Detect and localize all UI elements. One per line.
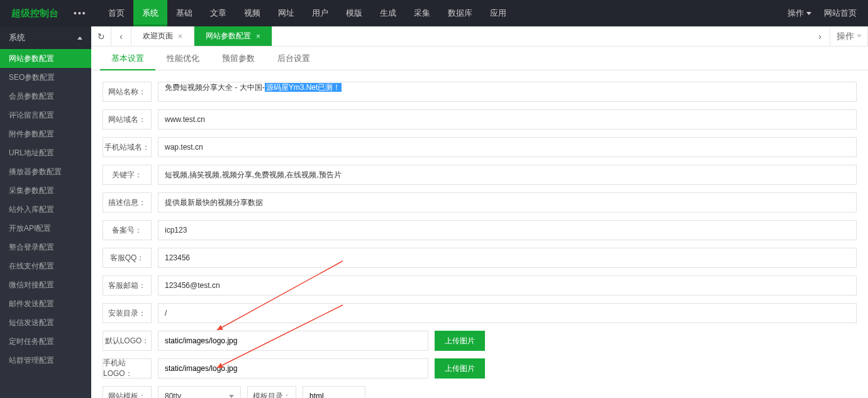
subtab[interactable]: 性能优化 (155, 47, 211, 70)
subtabs: 基本设置性能优化预留参数后台设置 (91, 47, 868, 70)
mlogo-input[interactable] (158, 358, 428, 379)
icp-label: 备案号： (103, 220, 152, 240)
chevron-down-icon (806, 12, 811, 15)
topnav-item[interactable]: 系统 (133, 0, 167, 26)
sidebar-item[interactable]: 播放器参数配置 (0, 162, 91, 181)
qq-label: 客服QQ： (103, 248, 152, 268)
subtab[interactable]: 后台设置 (266, 47, 321, 70)
subtab[interactable]: 基本设置 (100, 47, 155, 70)
back-icon[interactable]: ‹ (111, 26, 131, 46)
sidebar-header[interactable]: 系统 (0, 26, 91, 49)
logo-input[interactable] (158, 331, 428, 351)
tpldir-input[interactable] (303, 386, 365, 398)
sidebar-header-label: 系统 (9, 26, 25, 49)
tab-operate-dropdown[interactable]: 操作 (830, 26, 868, 46)
install-input[interactable] (158, 303, 857, 323)
sidebar-item[interactable]: 邮件发送配置 (0, 294, 91, 313)
email-input[interactable] (158, 275, 857, 296)
refresh-icon[interactable]: ↻ (91, 26, 111, 46)
email-label: 客服邮箱： (103, 275, 152, 296)
topnav-item[interactable]: 网址 (269, 0, 303, 26)
topnav-item[interactable]: 文章 (201, 0, 235, 26)
topnav-item[interactable]: 首页 (99, 0, 133, 26)
sidebar-item[interactable]: 会员参数配置 (0, 87, 91, 106)
mlogo-label: 手机站LOGO： (103, 358, 152, 379)
site-name-highlight: 源码屋Ym3.Net已测！ (265, 83, 342, 92)
sidebar-item[interactable]: 开放API配置 (0, 219, 91, 238)
topnav: 首页系统基础文章视频网址用户模版生成采集数据库应用 (99, 0, 515, 26)
main: 系统 网站参数配置SEO参数配置会员参数配置评论留言配置附件参数配置URL地址配… (0, 26, 868, 398)
close-icon[interactable]: × (178, 32, 182, 41)
tpldir-label: 模板目录： (247, 386, 296, 398)
site-name-prefix: 免费短视频分享大全 - 大中国- (165, 83, 265, 92)
close-icon[interactable]: × (256, 32, 260, 41)
desc-input[interactable] (158, 192, 857, 213)
tpl-select[interactable]: 80ttv (158, 386, 241, 398)
form-area: 网站名称： 免费短视频分享大全 - 大中国-源码屋Ym3.Net已测！ 网站域名… (91, 70, 868, 398)
chevron-up-icon (77, 36, 82, 40)
operate-label: 操作 (787, 8, 804, 19)
sidebar-item[interactable]: 短信发送配置 (0, 313, 91, 332)
topnav-item[interactable]: 生成 (371, 0, 405, 26)
tabrow: ↻ ‹ 欢迎页面×网站参数配置× › 操作 (91, 26, 868, 47)
operate-dropdown[interactable]: 操作 (787, 8, 811, 19)
site-name-label: 网站名称： (103, 82, 152, 102)
dots-icon[interactable]: ••• (74, 8, 87, 18)
topnav-item[interactable]: 用户 (303, 0, 337, 26)
domain-input[interactable] (158, 109, 857, 130)
next-icon[interactable]: › (810, 26, 830, 46)
qq-input[interactable] (158, 248, 857, 268)
keywords-label: 关键字： (103, 165, 152, 185)
sidebar-item[interactable]: 在线支付配置 (0, 257, 91, 275)
sidebar-item[interactable]: 站外入库配置 (0, 200, 91, 219)
chevron-down-icon (857, 35, 862, 38)
sidebar-item[interactable]: 采集参数配置 (0, 181, 91, 200)
sidebar-item[interactable]: 定时任务配置 (0, 332, 91, 351)
tab[interactable]: 网站参数配置× (194, 26, 272, 46)
sidebar-item[interactable]: 网站参数配置 (0, 49, 91, 68)
sidebar-item[interactable]: 微信对接配置 (0, 275, 91, 294)
topbar: 超级控制台 ••• 首页系统基础文章视频网址用户模版生成采集数据库应用 操作 网… (0, 0, 868, 26)
sidebar-item[interactable]: 站群管理配置 (0, 351, 91, 370)
subtab[interactable]: 预留参数 (211, 47, 266, 70)
sidebar-item[interactable]: 整合登录配置 (0, 238, 91, 257)
tab-label: 网站参数配置 (206, 31, 251, 41)
mobile-domain-input[interactable] (158, 137, 857, 157)
content: ↻ ‹ 欢迎页面×网站参数配置× › 操作 基本设置性能优化预留参数后台设置 网… (91, 26, 868, 398)
tab-label: 欢迎页面 (143, 31, 173, 41)
sidebar-item[interactable]: URL地址配置 (0, 143, 91, 162)
sidebar-item[interactable]: 评论留言配置 (0, 106, 91, 124)
topnav-item[interactable]: 应用 (481, 0, 515, 26)
topnav-item[interactable]: 基础 (167, 0, 201, 26)
tab-operate-label: 操作 (837, 31, 854, 42)
site-home-link[interactable]: 网站首页 (824, 8, 857, 19)
site-name-input[interactable]: 免费短视频分享大全 - 大中国-源码屋Ym3.Net已测！ (158, 82, 857, 102)
domain-label: 网站域名： (103, 109, 152, 130)
chevron-down-icon (229, 395, 234, 398)
desc-label: 描述信息： (103, 192, 152, 213)
topnav-item[interactable]: 数据库 (439, 0, 481, 26)
install-label: 安装目录： (103, 303, 152, 323)
upload-mlogo-button[interactable]: 上传图片 (435, 358, 485, 379)
tpl-label: 网站模板： (103, 386, 152, 398)
topbar-right: 操作 网站首页 (787, 8, 857, 19)
mobile-domain-label: 手机站域名： (103, 137, 152, 157)
upload-logo-button[interactable]: 上传图片 (435, 331, 485, 351)
keywords-input[interactable] (158, 165, 857, 185)
logo: 超级控制台 (11, 8, 58, 19)
sidebar-item[interactable]: SEO参数配置 (0, 68, 91, 87)
topnav-item[interactable]: 模版 (337, 0, 371, 26)
sidebar-item[interactable]: 附件参数配置 (0, 124, 91, 143)
topnav-item[interactable]: 视频 (235, 0, 269, 26)
logo-label: 默认LOGO： (103, 331, 152, 351)
tab[interactable]: 欢迎页面× (131, 26, 194, 46)
sidebar: 系统 网站参数配置SEO参数配置会员参数配置评论留言配置附件参数配置URL地址配… (0, 26, 91, 398)
icp-input[interactable] (158, 220, 857, 240)
tpl-value: 80ttv (165, 392, 181, 398)
topnav-item[interactable]: 采集 (405, 0, 439, 26)
